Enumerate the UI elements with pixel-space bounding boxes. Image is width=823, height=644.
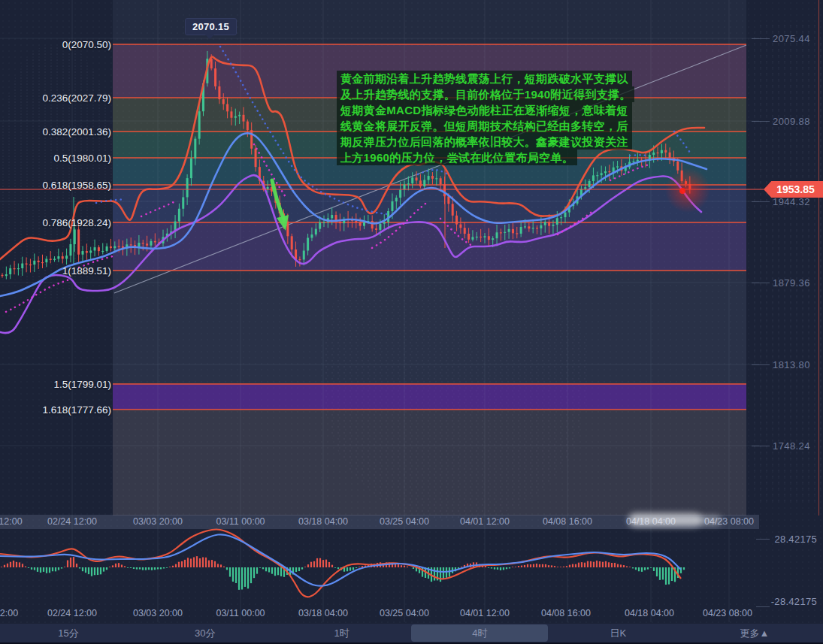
fib-level-label: 1.618(1777.66) <box>42 404 111 416</box>
price-axis-tick <box>752 283 770 283</box>
macd-upper-scale: 28.42175 <box>774 534 817 545</box>
fib-level-label: 0.236(2027.79) <box>42 92 111 104</box>
fib-level-label: 1(1889.51) <box>62 265 111 277</box>
timeframe-button-6[interactable]: 更多▲ <box>686 624 823 642</box>
current-price-tag: 1953.85 <box>764 181 823 198</box>
macd-time-axis-label: 2:00 <box>0 608 18 618</box>
time-axis-label: 03/11 00:00 <box>216 516 265 527</box>
timeframe-toolbar: 15分30分1时4时日K更多▲ <box>0 624 823 644</box>
analysis-annotation: 黄金前期沿着上升趋势线震荡上行，短期跌破水平支撑以及上升趋势线的支撑。目前价格位… <box>337 71 622 165</box>
analysis-annotation-line: 短期黄金MACD指标绿色动能柱正在逐渐缩短，意味着短 <box>337 102 632 118</box>
time-axis-label: 02/24 12:00 <box>47 516 97 527</box>
analysis-annotation-line: 上方1960的压力位，尝试在此位置布局空单。 <box>337 150 577 165</box>
macd-time-axis-label: 03/25 04:00 <box>380 608 429 618</box>
time-axis-label: 03/18 04:00 <box>298 516 348 527</box>
macd-time-axis-label: 04/18 04:00 <box>625 608 674 618</box>
price-peak-value: 2070.15 <box>192 21 229 32</box>
fib-level-label: 0(2070.50) <box>62 39 111 50</box>
time-axis-label: 03/25 04:00 <box>380 516 429 527</box>
axis-border-line <box>818 0 819 516</box>
macd-time-axis-label: 02/24 12:00 <box>47 608 97 618</box>
analysis-annotation-line: 黄金前期沿着上升趋势线震荡上行，短期跌破水平支撑以 <box>337 71 632 86</box>
price-axis-label: 1813.80 <box>773 359 810 370</box>
time-axis-label: 04/01 12:00 <box>460 516 510 527</box>
fib-level-label: 1.5(1799.01) <box>53 379 111 390</box>
price-axis-tick <box>752 201 770 202</box>
price-peak-tooltip: 2070.15 <box>185 18 237 35</box>
time-axis-label: 03/03 20:00 <box>133 516 183 527</box>
fib-level-label: 0.618(1958.65) <box>42 180 111 191</box>
macd-axis-tick <box>756 606 770 607</box>
macd-time-axis-label: 03/18 04:00 <box>298 608 348 618</box>
timeframe-button-5[interactable]: 日K <box>549 624 686 642</box>
fib-level-label: 0.5(1980.01) <box>53 153 111 164</box>
timeframe-button-4[interactable]: 4时 <box>411 624 548 642</box>
macd-time-axis-label: 04/23 08:00 <box>703 608 752 618</box>
time-axis-label: 04/18 04:00 <box>626 516 676 527</box>
timeframe-button-3[interactable]: 1时 <box>274 624 410 642</box>
fib-level-label: 0.382(2001.36) <box>42 126 111 138</box>
trading-app-screen: 0(2070.50)0.236(2027.79)0.382(2001.36)0.… <box>0 0 823 644</box>
time-axis-label: 12:00 <box>0 516 23 527</box>
time-axis-label: 04/08 16:00 <box>543 516 592 527</box>
price-axis-label: 1879.36 <box>773 277 810 289</box>
current-price-value: 1953.85 <box>776 183 815 195</box>
price-axis-label: 2075.44 <box>773 33 810 44</box>
analysis-annotation-line: 期反弹压力位后回落的概率依旧较大。鑫豪建议投资关注 <box>337 134 632 150</box>
price-axis-tick <box>752 121 770 122</box>
macd-time-axis-label: 04/01 12:00 <box>460 608 510 618</box>
macd-time-axis-label: 03/11 00:00 <box>216 608 265 618</box>
timeframe-button-1[interactable]: 15分 <box>0 624 137 642</box>
macd-time-axis-label: 04/08 16:00 <box>541 608 591 618</box>
price-axis-tick <box>752 38 770 39</box>
price-axis-tick <box>752 364 770 365</box>
analysis-annotation-line: 及上升趋势线的支撑。目前价格位于1940附近得到支撑。 <box>337 86 634 102</box>
timeframe-button-2[interactable]: 30分 <box>137 624 274 642</box>
macd-axis-tick <box>756 539 770 540</box>
price-axis-label: 1748.24 <box>773 440 810 452</box>
price-axis-tick <box>752 446 770 446</box>
macd-time-axis-label: 03/03 20:00 <box>133 608 183 618</box>
analysis-annotation-line: 线黄金将展开反弹。但短周期技术结构已经由多转空，后 <box>337 118 632 134</box>
fib-level-label: 0.786(1928.24) <box>42 217 111 228</box>
time-axis-label: 04/23 08:00 <box>704 516 754 527</box>
price-axis-label: 2009.88 <box>773 116 810 127</box>
macd-lower-scale: -28.42175 <box>771 596 817 607</box>
